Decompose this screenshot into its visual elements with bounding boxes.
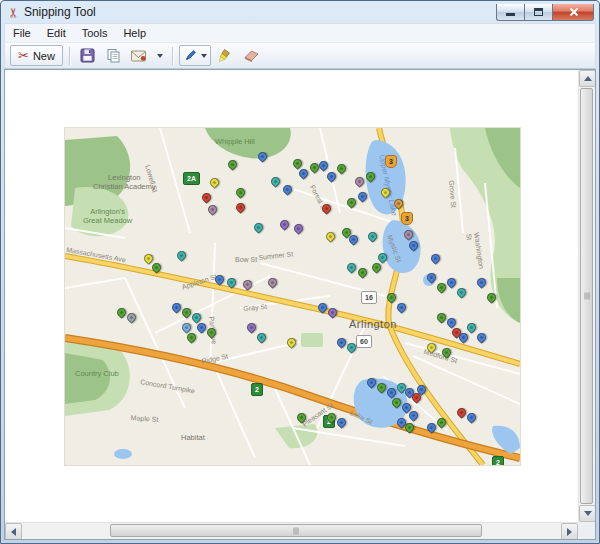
send-snip-dropdown[interactable] <box>154 45 166 66</box>
map-pin-blue <box>281 183 294 196</box>
map-pin-mauve <box>241 278 254 291</box>
map-pin-teal <box>465 321 478 334</box>
map-pin-red <box>234 201 247 214</box>
close-icon <box>569 7 578 16</box>
map-pin-green <box>234 186 247 199</box>
map-pin-green <box>440 346 453 359</box>
menu-edit[interactable]: Edit <box>39 25 74 41</box>
eraser-button[interactable] <box>240 45 263 66</box>
map-pin-teal <box>255 331 268 344</box>
map-label: Appleton St <box>181 273 218 292</box>
route-shield: 3 <box>401 212 413 225</box>
map-pin-green <box>435 416 448 429</box>
map-pin-mauve <box>206 203 219 216</box>
pen-icon <box>183 48 198 63</box>
horizontal-scrollbar[interactable] <box>5 522 578 539</box>
highlighter-button[interactable] <box>214 45 237 66</box>
map-pin-blue <box>407 239 420 252</box>
new-snip-button[interactable]: ✂ New <box>10 45 63 66</box>
map-pin-teal <box>366 230 379 243</box>
map-pin-gray <box>125 311 138 324</box>
minimize-button[interactable] <box>496 4 524 21</box>
scrollbar-corner <box>578 522 595 539</box>
map-pin-blue <box>425 271 438 284</box>
scroll-up-button[interactable] <box>579 70 596 87</box>
map-pin-green <box>364 170 377 183</box>
arrow-left-icon <box>11 528 16 536</box>
window-controls <box>496 4 594 21</box>
map-pin-orange <box>392 197 405 210</box>
maximize-icon <box>534 8 543 16</box>
arrow-down-icon <box>584 511 592 516</box>
scroll-right-button[interactable] <box>561 523 578 540</box>
arrow-up-icon <box>584 76 592 81</box>
copy-button[interactable] <box>102 45 125 66</box>
map-label: Arlington <box>349 318 397 331</box>
menu-file[interactable]: File <box>5 25 39 41</box>
scroll-down-button[interactable] <box>579 505 596 522</box>
map-pin-mauve <box>266 276 279 289</box>
snipping-tool-window: ✂ Snipping Tool File Edit Tools Help ✂ N… <box>0 0 600 544</box>
map-pin-red <box>200 191 213 204</box>
vertical-scrollbar[interactable] <box>578 70 595 522</box>
map-pin-green <box>356 266 369 279</box>
menu-bar: File Edit Tools Help <box>4 23 596 42</box>
map-pin-blue <box>395 301 408 314</box>
map-pin-mauve <box>353 175 366 188</box>
send-snip-button[interactable] <box>128 45 151 66</box>
map-pin-teal <box>225 276 238 289</box>
chevron-down-icon <box>157 54 163 58</box>
map-label: Arlington's Great Meadow <box>83 208 132 225</box>
map-label: Washington St <box>464 232 486 274</box>
map-pin-red <box>320 202 333 215</box>
map-pin-purple <box>326 306 339 319</box>
map-label: Maple St <box>130 414 158 424</box>
pen-button[interactable] <box>179 45 211 66</box>
menu-help[interactable]: Help <box>115 25 154 41</box>
horizontal-scroll-thumb[interactable] <box>110 524 482 537</box>
toolbar: ✂ New <box>4 42 596 69</box>
route-shield: 2 <box>492 456 504 465</box>
chevron-down-icon <box>201 54 207 58</box>
arrow-right-icon <box>567 528 572 536</box>
map-pin-yellow <box>324 230 337 243</box>
map-pin-blue <box>465 411 478 424</box>
save-icon <box>80 48 95 63</box>
map-label: Whipple Hill <box>215 138 255 147</box>
map-pin-teal <box>455 286 468 299</box>
route-shield: 2 <box>251 383 263 396</box>
close-button[interactable] <box>552 4 594 21</box>
map-pin-blue <box>213 273 226 286</box>
eraser-icon <box>243 49 260 62</box>
mail-icon <box>131 50 147 62</box>
map-label: Grove St <box>447 180 457 208</box>
route-shield: 60 <box>356 335 372 348</box>
map-label: Bow St <box>235 256 257 264</box>
map-label: Habitat <box>181 434 205 443</box>
map-pin-teal <box>269 175 282 188</box>
route-shield: 2A <box>183 172 200 185</box>
scissors-icon: ✂ <box>18 49 29 62</box>
map-pin-green <box>226 158 239 171</box>
menu-tools[interactable]: Tools <box>74 25 116 41</box>
titlebar[interactable]: ✂ Snipping Tool <box>4 1 596 23</box>
map-pin-blue <box>429 252 442 265</box>
map-pin-green <box>295 411 308 424</box>
map-pin-teal <box>345 341 358 354</box>
map-label: Country Club <box>75 370 119 379</box>
copy-icon <box>106 48 121 63</box>
map-pin-mauve <box>402 228 415 241</box>
map-label: Lowell St <box>143 164 159 194</box>
map-label: Gray St <box>243 303 267 313</box>
map-pin-teal <box>376 251 389 264</box>
maximize-button[interactable] <box>524 4 552 21</box>
minimize-icon <box>506 13 515 16</box>
map-pin-teal <box>175 249 188 262</box>
map-label: Upper Mystic Lake <box>377 154 398 217</box>
save-button[interactable] <box>76 45 99 66</box>
window-title: Snipping Tool <box>24 5 96 19</box>
scroll-left-button[interactable] <box>5 523 22 540</box>
map-pin-blue <box>445 276 458 289</box>
vertical-scroll-thumb[interactable] <box>580 88 593 504</box>
map-pin-purple <box>245 321 258 334</box>
